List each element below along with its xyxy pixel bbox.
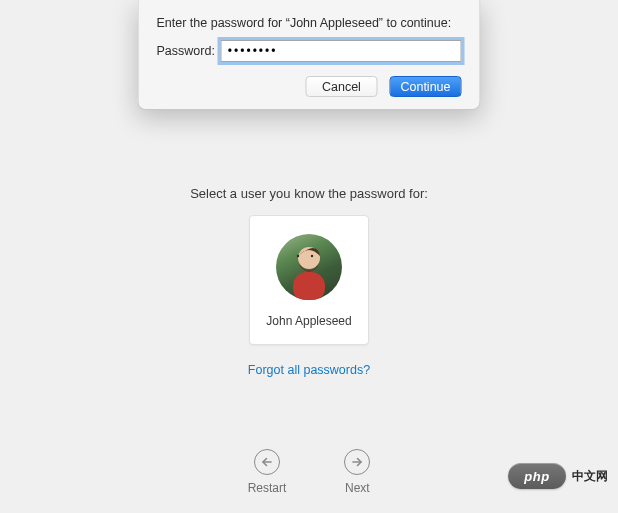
continue-button[interactable]: Continue xyxy=(389,76,461,97)
dialog-prompt: Enter the password for “John Appleseed” … xyxy=(157,16,462,30)
user-card[interactable]: John Appleseed xyxy=(249,215,369,345)
user-name-label: John Appleseed xyxy=(266,314,351,328)
forgot-all-passwords-link[interactable]: Forgot all passwords? xyxy=(248,363,370,377)
next-button[interactable]: Next xyxy=(344,449,370,495)
cancel-button[interactable]: Cancel xyxy=(305,76,377,97)
arrow-left-icon xyxy=(254,449,280,475)
svg-point-2 xyxy=(297,255,299,257)
next-label: Next xyxy=(345,481,370,495)
password-dialog: Enter the password for “John Appleseed” … xyxy=(138,0,481,110)
restart-button[interactable]: Restart xyxy=(248,449,287,495)
dialog-buttons: Cancel Continue xyxy=(157,76,462,97)
avatar xyxy=(276,234,342,300)
svg-point-3 xyxy=(311,255,313,257)
password-label: Password: xyxy=(157,44,215,58)
restart-label: Restart xyxy=(248,481,287,495)
watermark-logo: php 中文网 xyxy=(508,463,608,489)
watermark-text: 中文网 xyxy=(572,468,608,485)
php-logo-icon: php xyxy=(508,463,566,489)
password-input[interactable] xyxy=(221,40,462,62)
arrow-right-icon xyxy=(344,449,370,475)
select-user-prompt: Select a user you know the password for: xyxy=(190,186,428,201)
password-row: Password: xyxy=(157,40,462,62)
svg-rect-1 xyxy=(293,272,325,300)
